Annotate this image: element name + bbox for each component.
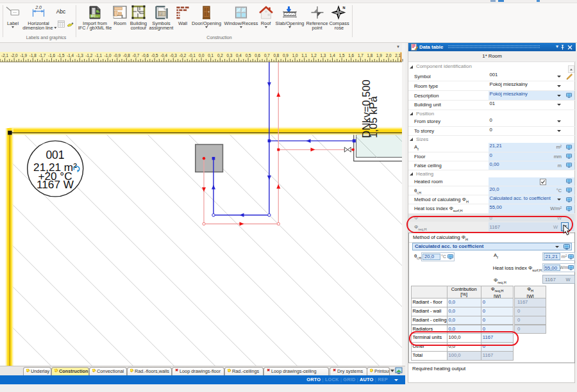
svg-text:1,3: 1,3 <box>321 53 326 58</box>
svg-text:-0,9: -0,9 <box>113 53 121 58</box>
svg-text:-0,6: -0,6 <box>142 53 149 58</box>
svg-text:-0,5: -0,5 <box>151 53 158 58</box>
svg-text:-1,2: -1,2 <box>85 53 92 58</box>
svg-text:1,9: 1,9 <box>376 53 382 58</box>
svg-text:-0,8: -0,8 <box>123 53 130 58</box>
svg-text:-1,4: -1,4 <box>67 53 74 58</box>
svg-text:-1,1: -1,1 <box>95 53 102 58</box>
svg-text:-0,1: -0,1 <box>188 53 196 58</box>
svg-text:IFC...: IFC... <box>91 15 98 18</box>
svg-text:1,2: 1,2 <box>311 53 317 58</box>
svg-text:-0,3: -0,3 <box>170 53 177 58</box>
svg-text:-0,2: -0,2 <box>179 53 186 58</box>
svg-text:1167 W: 1167 W <box>37 178 74 191</box>
svg-text:-0,7: -0,7 <box>132 53 139 58</box>
svg-text:2,0: 2,0 <box>386 53 392 58</box>
svg-text:1,1: 1,1 <box>301 53 307 58</box>
svg-text:-2,0: -2,0 <box>11 53 18 58</box>
svg-text:N: N <box>343 6 346 10</box>
svg-text:2.0: 2.0 <box>35 5 42 10</box>
svg-text:0,0: 0,0 <box>199 53 205 58</box>
svg-text:-1,6: -1,6 <box>48 53 55 58</box>
svg-text:-1,8: -1,8 <box>29 53 37 58</box>
svg-text:0,4: 0,4 <box>236 53 242 58</box>
svg-text:0,9: 0,9 <box>283 53 288 58</box>
svg-text:-2,1: -2,1 <box>1 53 8 58</box>
svg-text:-1,9: -1,9 <box>20 53 27 58</box>
svg-text:001: 001 <box>46 149 64 161</box>
svg-text:-0,4: -0,4 <box>160 53 167 58</box>
svg-text:0,1: 0,1 <box>208 53 213 58</box>
svg-text:1,7: 1,7 <box>358 53 364 58</box>
svg-text:1,05 kPa: 1,05 kPa <box>367 96 379 138</box>
svg-text:-1,0: -1,0 <box>105 53 112 58</box>
svg-text:0,6: 0,6 <box>255 53 260 58</box>
svg-text:2,1: 2,1 <box>395 53 401 58</box>
svg-text:0,3: 0,3 <box>227 53 233 58</box>
svg-text:1,6: 1,6 <box>348 53 354 58</box>
svg-text:1,0: 1,0 <box>292 53 298 58</box>
svg-text:-1,3: -1,3 <box>76 53 83 58</box>
svg-text:0,8: 0,8 <box>274 53 280 58</box>
svg-text:0,7: 0,7 <box>264 53 270 58</box>
svg-text:-1,7: -1,7 <box>38 53 46 58</box>
svg-text:-1,5: -1,5 <box>58 53 65 58</box>
svg-text:0,5: 0,5 <box>246 53 251 58</box>
svg-text:1,8: 1,8 <box>367 53 373 58</box>
svg-text:1,5: 1,5 <box>339 53 345 58</box>
svg-text:1,4: 1,4 <box>330 53 335 58</box>
svg-text:0,2: 0,2 <box>217 53 223 58</box>
